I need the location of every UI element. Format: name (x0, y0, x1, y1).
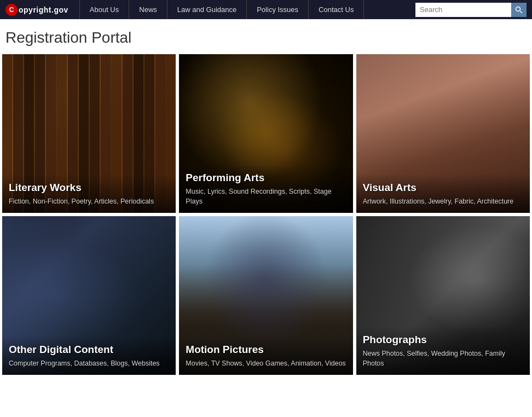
card-performing-arts[interactable]: Performing Arts Music, Lyrics, Sound Rec… (179, 54, 352, 213)
nav-links: About Us News Law and Guidance Policy Is… (79, 0, 415, 19)
card-motion-pictures[interactable]: Motion Pictures Movies, TV Shows, Video … (179, 216, 352, 375)
nav-link-policy-issues[interactable]: Policy Issues (247, 0, 309, 19)
card-title-photos: Photographs (363, 334, 523, 346)
svg-line-1 (520, 11, 522, 13)
site-logo[interactable]: C opyright.gov (5, 4, 68, 16)
logo-circle: C (5, 4, 18, 16)
card-overlay-performing: Performing Arts Music, Lyrics, Sound Rec… (179, 164, 352, 213)
card-photographs[interactable]: Photographs News Photos, Selfies, Weddin… (356, 216, 530, 375)
nav-link-news[interactable]: News (129, 0, 167, 19)
nav-link-about-us[interactable]: About Us (79, 0, 129, 19)
card-title-literary: Literary Works (9, 182, 169, 194)
logo-text: opyright.gov (19, 5, 68, 14)
card-subtitle-visual: Artwork, Illustrations, Jewelry, Fabric,… (363, 197, 523, 207)
card-overlay-digital: Other Digital Content Computer Programs,… (2, 336, 176, 375)
card-title-visual: Visual Arts (363, 182, 523, 194)
page-title: Registration Portal (0, 19, 532, 54)
card-overlay-photos: Photographs News Photos, Selfies, Weddin… (356, 326, 530, 375)
nav-link-contact-us[interactable]: Contact Us (309, 0, 364, 19)
search-icon (515, 6, 523, 14)
card-overlay-motion: Motion Pictures Movies, TV Shows, Video … (179, 336, 352, 375)
svg-point-0 (516, 7, 521, 11)
card-other-digital[interactable]: Other Digital Content Computer Programs,… (2, 216, 176, 375)
card-subtitle-performing: Music, Lyrics, Sound Recordings, Scripts… (186, 187, 346, 206)
card-subtitle-photos: News Photos, Selfies, Wedding Photos, Fa… (363, 349, 523, 368)
search-input[interactable] (415, 3, 511, 17)
card-overlay-visual: Visual Arts Artwork, Illustrations, Jewe… (356, 174, 530, 213)
search-button[interactable] (511, 3, 527, 17)
nav-link-law-guidance[interactable]: Law and Guidance (167, 0, 247, 19)
navigation: C opyright.gov About Us News Law and Gui… (0, 0, 532, 19)
card-title-performing: Performing Arts (186, 172, 346, 184)
search-bar (415, 3, 527, 17)
card-literary-works[interactable]: Literary Works Fiction, Non-Fiction, Poe… (2, 54, 176, 213)
card-title-digital: Other Digital Content (9, 344, 169, 356)
card-visual-arts[interactable]: Visual Arts Artwork, Illustrations, Jewe… (356, 54, 530, 213)
registration-grid: Literary Works Fiction, Non-Fiction, Poe… (0, 54, 532, 378)
card-title-motion: Motion Pictures (186, 344, 346, 356)
card-overlay-literary: Literary Works Fiction, Non-Fiction, Poe… (2, 174, 176, 213)
card-subtitle-motion: Movies, TV Shows, Video Games, Animation… (186, 359, 346, 369)
card-subtitle-literary: Fiction, Non-Fiction, Poetry, Articles, … (9, 197, 169, 207)
card-subtitle-digital: Computer Programs, Databases, Blogs, Web… (9, 359, 169, 369)
